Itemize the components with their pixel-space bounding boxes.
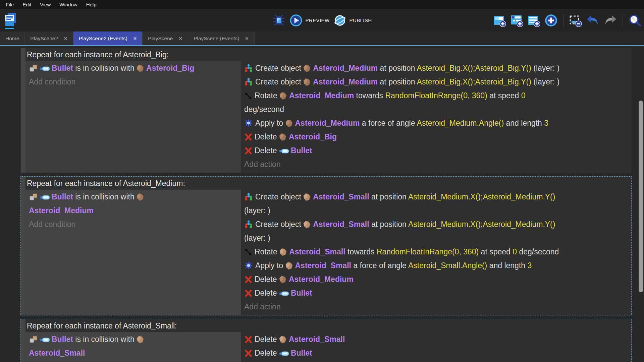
object-name: Asteroid_Medium [289,275,354,284]
conditions-cell[interactable]: Bullet is in collision with Asteroid_Big… [25,61,241,173]
event-block-1[interactable]: Repeat for each instance of Asteroid_Big… [20,48,632,173]
action-row[interactable]: Delete Asteroid_Medium [244,273,629,286]
event-header[interactable]: Repeat for each instance of Asteroid_Sma… [25,319,631,332]
sentence-text: at position [369,220,408,229]
tab-close-icon[interactable]: ✕ [245,36,249,41]
add-action-link[interactable]: Add action [244,360,629,362]
actions-cell[interactable]: Delete Asteroid_SmallDelete BulletAdd ac… [241,332,631,362]
sentence-text: at position [369,192,408,201]
conditions-cell[interactable]: Bullet is in collision with Asteroid_Sma… [25,332,241,362]
add-more-button[interactable] [544,13,558,27]
tab-home[interactable]: Home [0,32,25,45]
condition-row[interactable]: Asteroid_Medium [29,204,239,218]
tab-playscene2[interactable]: PlayScene2✕ [25,32,73,45]
object-name: Asteroid_Small [295,261,351,270]
project-manager-button[interactable] [4,12,17,27]
add-event-button[interactable] [493,14,506,27]
tab-close-icon[interactable]: ✕ [64,36,68,41]
asteroid-icon [303,78,311,86]
action-row[interactable]: Apply to Asteroid_Small a force of angle… [244,259,629,273]
add-comment-button[interactable] [527,14,540,27]
preview-button[interactable]: PREVIEW [290,14,330,27]
tab-playscene2-events-[interactable]: PlayScene2 (Events)✕ [73,32,143,45]
action-row[interactable]: (layer: ) [244,204,629,218]
condition-row[interactable]: Bullet is in collision with [29,190,239,204]
add-condition-link[interactable]: Add condition [29,218,239,231]
action-row[interactable]: Delete Bullet [244,346,629,360]
active-tool-indicator [5,28,14,29]
search-icon [628,13,642,27]
menu-edit[interactable]: Edit [18,0,36,9]
menu-file[interactable]: File [1,0,18,9]
search-button[interactable] [628,13,642,27]
delete-icon [244,133,252,141]
action-row[interactable]: Create object Asteroid_Small at position… [244,190,629,204]
asteroid-small-icon [303,193,311,201]
action-row[interactable]: Delete Bullet [244,144,629,158]
create-icon [244,64,253,72]
expression: 3 [527,261,532,270]
action-row[interactable]: deg/second [244,103,629,116]
event-header[interactable]: Repeat for each instance of Asteroid_Med… [25,177,631,190]
action-row[interactable]: (layer: ) [244,231,629,245]
condition-row[interactable]: Bullet is in collision with Asteroid_Big [29,61,239,75]
actions-cell[interactable]: Create object Asteroid_Small at position… [241,190,631,315]
object-name: Asteroid_Big [289,132,337,141]
redo-button[interactable] [603,14,618,27]
add-action-link[interactable]: Add action [244,158,629,171]
condition-row[interactable]: Bullet is in collision with [29,333,239,346]
menu-help[interactable]: Help [82,0,101,9]
actions-cell[interactable]: Create object Asteroid_Medium at positio… [241,61,631,173]
object-name: Bullet [291,289,312,297]
preview-label: PREVIEW [306,17,330,23]
event-drag-handle[interactable] [21,177,25,315]
gdevelop-window: { "menu": { "items": ["File", "Edit", "V… [0,0,644,362]
event-drag-handle[interactable] [21,319,25,362]
add-condition-link[interactable]: Add condition [29,360,239,362]
action-row[interactable]: Create object Asteroid_Small at position… [244,218,629,231]
publish-button[interactable]: PUBLISH [333,14,372,27]
event-block-2[interactable]: Repeat for each instance of Asteroid_Med… [20,176,632,315]
sentence-text: is in collision with [73,192,137,201]
condition-row[interactable]: Asteroid_Small [29,346,239,360]
expression: 3 [544,119,548,127]
action-row[interactable]: Create object Asteroid_Medium at positio… [244,75,629,89]
action-row[interactable]: Delete Bullet [244,286,629,300]
action-row[interactable]: Rotate Asteroid_Small towards RandomFloa… [244,245,629,259]
force-icon [244,119,253,127]
sentence-text: a force of angle [360,119,417,127]
tab-close-icon[interactable]: ✕ [178,36,182,41]
add-subevent-button[interactable] [510,14,523,27]
expression: RandomFloatInRange(0, 360) [385,91,487,100]
add-condition-link[interactable]: Add condition [29,75,239,89]
create-icon [244,220,253,229]
delete-icon [244,289,252,297]
action-row[interactable]: Rotate Asteroid_Medium towards RandomFlo… [244,89,629,103]
action-row[interactable]: Create object Asteroid_Medium at positio… [244,61,629,75]
vertical-scrollbar-thumb[interactable] [639,101,643,292]
remove-selection-button[interactable] [569,14,582,27]
asteroid-icon [137,64,144,72]
action-row[interactable]: Apply to Asteroid_Medium a force of angl… [244,116,629,130]
undo-button[interactable] [586,14,600,27]
sentence-text: Delete [255,289,279,297]
debug-button[interactable] [272,14,286,27]
bullet-icon [279,351,289,356]
event-drag-handle[interactable] [21,48,25,173]
conditions-cell[interactable]: Bullet is in collision with Asteroid_Med… [25,190,241,315]
event-block-3[interactable]: Repeat for each instance of Asteroid_Sma… [20,319,632,362]
events-sheet[interactable]: Repeat for each instance of Asteroid_Big… [0,46,644,362]
tab-playscene[interactable]: PlayScene✕ [143,32,188,45]
menu-view[interactable]: View [36,0,55,9]
add-action-link[interactable]: Add action [244,300,629,314]
action-row[interactable]: Delete Asteroid_Small [244,333,629,346]
sentence-text: at speed [479,247,513,256]
redo-icon [603,14,618,27]
sentence-text: Create object [255,220,303,229]
tab-playscene-events-[interactable]: PlayScene (Events)✕ [188,32,255,45]
object-name: Bullet [291,349,312,357]
action-row[interactable]: Delete Asteroid_Big [244,130,629,144]
tab-close-icon[interactable]: ✕ [133,36,137,41]
event-header[interactable]: Repeat for each instance of Asteroid_Big… [25,48,631,61]
menu-window[interactable]: Window [55,0,82,9]
